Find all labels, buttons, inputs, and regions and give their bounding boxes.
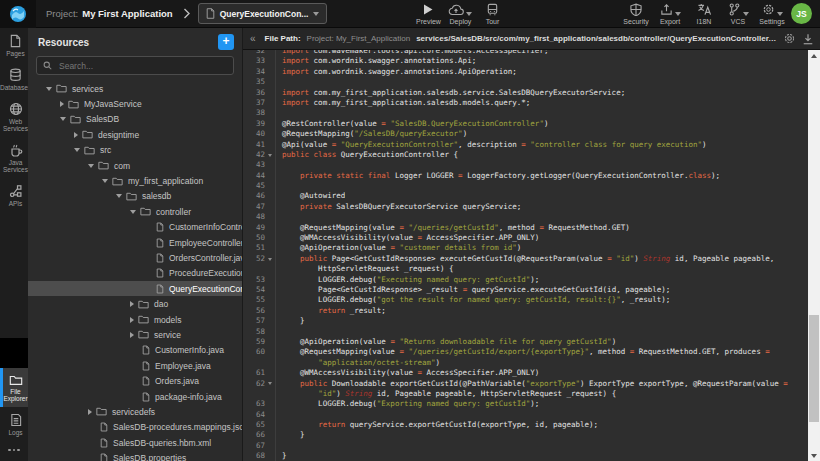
open-file-tab-dropdown[interactable]: QueryExecutionCon... — [198, 3, 328, 24]
code-line: 47 private SalesDBQueryExecutorService q… — [243, 202, 808, 212]
tree-item-label: controller — [156, 207, 191, 217]
i18n-button[interactable]: I18N — [691, 3, 717, 25]
download-file-icon[interactable] — [802, 33, 814, 45]
sidebar-item-logs[interactable]: Logs — [0, 407, 28, 441]
user-avatar[interactable]: JS — [791, 3, 812, 24]
toolbar-button-label: Settings — [759, 18, 784, 25]
fold-toggle-icon[interactable] — [268, 258, 272, 261]
tree-folder-my_first_application[interactable]: my_first_application — [28, 173, 242, 188]
settings-button[interactable]: Settings — [759, 3, 785, 25]
tree-file-employeecontroller.java[interactable]: EmployeeController.java — [28, 235, 242, 250]
sidebar-more-button[interactable] — [0, 441, 28, 461]
tree-folder-salesdb[interactable]: salesdb — [28, 189, 242, 204]
editor-scrollbar[interactable] — [808, 50, 820, 461]
folder-icon — [70, 115, 81, 124]
tree-file-package-info.java[interactable]: package-info.java — [28, 389, 242, 404]
tree-file-procedureexecutioncontroller.java[interactable]: ProcedureExecutionController.java — [28, 266, 242, 281]
expand-arrow-icon[interactable] — [130, 301, 134, 307]
line-number: 41 — [243, 140, 268, 150]
file-settings-gear-icon[interactable] — [783, 32, 796, 45]
tree-file-orderscontroller.java[interactable]: OrdersController.java — [28, 250, 242, 265]
tree-folder-myjavaservice[interactable]: MyJavaService — [28, 96, 242, 111]
vcs-button[interactable]: VCS — [725, 3, 751, 25]
collapse-arrow-icon[interactable] — [102, 179, 108, 183]
sidebar-item-apis[interactable]: APIs — [0, 178, 28, 212]
collapse-arrow-icon[interactable] — [130, 210, 136, 214]
scrollbar-thumb[interactable] — [809, 315, 819, 422]
editor-column: « File Path: Project: My_First_Applicati… — [243, 28, 820, 461]
scrollbar-up-arrow[interactable] — [808, 50, 820, 61]
wavemaker-logo[interactable] — [0, 0, 36, 28]
file-icon — [156, 222, 164, 232]
collapse-arrow-icon[interactable] — [116, 194, 122, 198]
collapse-arrow-icon[interactable] — [88, 164, 94, 168]
toolbar-button-label: Security — [623, 18, 648, 25]
sidebar-item-pages[interactable]: Pages — [0, 28, 28, 62]
toolbar-button-label: Deploy — [450, 18, 472, 25]
expand-arrow-icon[interactable] — [74, 132, 78, 138]
expand-arrow-icon[interactable] — [130, 332, 134, 338]
sidebar-item-web-services[interactable]: Web Services — [0, 96, 28, 137]
tree-folder-dao[interactable]: dao — [28, 296, 242, 311]
deploy-button[interactable]: Deploy — [447, 3, 473, 25]
sidebar-item-databases[interactable]: Databases — [0, 62, 28, 96]
tree-file-salesdb-queries.hbm.xml[interactable]: SalesDB-queries.hbm.xml — [28, 435, 242, 450]
tree-folder-models[interactable]: models — [28, 312, 242, 327]
toolbar-button-label: I18N — [697, 18, 712, 25]
tree-file-queryexecutioncontroller.java[interactable]: QueryExecutionController.java — [28, 281, 242, 296]
code-line: 36import com.my_first_application.salesd… — [243, 88, 808, 98]
chevron-down-icon — [675, 12, 681, 16]
tree-folder-servicedefs[interactable]: servicedefs — [28, 404, 242, 419]
chevron-down-icon — [743, 12, 749, 16]
tree-file-employee.java[interactable]: Employee.java — [28, 358, 242, 373]
tree-file-orders.java[interactable]: Orders.java — [28, 373, 242, 388]
code-line: 65 return queryService.exportGetCustId(e… — [243, 420, 808, 430]
code-editor[interactable]: 32import com.wavemaker.tools.api.core.mo… — [243, 50, 820, 461]
tree-folder-salesdb[interactable]: SalesDB — [28, 112, 242, 127]
tree-folder-controller[interactable]: controller — [28, 204, 242, 219]
tree-file-salesdb.properties[interactable]: SalesDB.properties — [28, 450, 242, 461]
tree-file-salesdb-procedures.mappings.json[interactable]: SalesDB-procedures.mappings.json — [28, 420, 242, 435]
line-number: 48 — [243, 212, 268, 222]
tree-folder-service[interactable]: service — [28, 327, 242, 342]
tree-file-customerinfo.java[interactable]: CustomerInfo.java — [28, 343, 242, 358]
toolbar-left: PreviewDeployTour — [415, 3, 505, 25]
tree-folder-services[interactable]: services — [28, 81, 242, 96]
file-icon — [156, 268, 164, 278]
fold-toggle-icon[interactable] — [268, 382, 272, 385]
tree-folder-src[interactable]: src — [28, 143, 242, 158]
line-number: 61 — [243, 368, 268, 378]
tree-item-label: SalesDB — [86, 114, 119, 124]
tree-folder-com[interactable]: com — [28, 158, 242, 173]
collapse-arrow-icon[interactable] — [60, 117, 66, 121]
chevron-down-icon — [313, 12, 319, 16]
chevron-down-icon — [466, 12, 472, 16]
collapse-arrow-icon[interactable] — [46, 87, 52, 91]
collapse-arrow-icon[interactable] — [74, 148, 80, 152]
tree-item-label: dao — [154, 299, 168, 309]
fold-toggle-icon[interactable] — [268, 154, 272, 157]
line-number: 45 — [243, 181, 268, 191]
code-line: 48 — [243, 212, 808, 222]
search-input[interactable] — [57, 60, 227, 72]
tree-item-label: package-info.java — [155, 392, 222, 402]
add-resource-button[interactable]: + — [218, 34, 234, 50]
line-number: 37 — [243, 98, 268, 108]
expand-arrow-icon[interactable] — [88, 409, 92, 415]
tree-file-customerinfocontroller.java[interactable]: CustomerInfoController.java — [28, 220, 242, 235]
tour-button[interactable]: Tour — [479, 3, 505, 25]
folder-icon — [138, 330, 149, 339]
expand-arrow-icon[interactable] — [60, 101, 64, 107]
export-button[interactable]: Export — [657, 3, 683, 25]
preview-button[interactable]: Preview — [415, 3, 441, 25]
line-number: 38 — [243, 108, 268, 118]
tree-folder-designtime[interactable]: designtime — [28, 127, 242, 142]
collapse-panel-button[interactable]: « — [247, 33, 259, 44]
vcs-icon — [728, 3, 741, 16]
security-button[interactable]: Security — [623, 3, 649, 25]
sidebar-item-file-explorer[interactable]: File Explorer — [0, 368, 28, 407]
code-line: 62 public Downloadable exportGetCustId(@… — [243, 379, 808, 389]
sidebar-item-java-services[interactable]: Java Services — [0, 137, 28, 178]
expand-arrow-icon[interactable] — [130, 317, 134, 323]
scrollbar-down-arrow[interactable] — [808, 450, 820, 461]
